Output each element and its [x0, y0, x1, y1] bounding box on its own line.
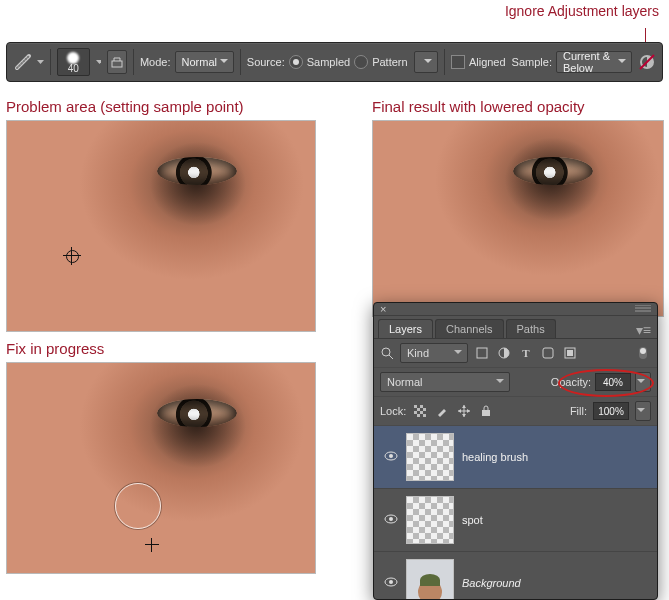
sample-source-cursor-icon: [145, 538, 159, 552]
pressure-size-toggle[interactable]: [107, 50, 127, 74]
svg-rect-17: [482, 410, 490, 416]
lock-fill-row: Lock: Fill: 100%: [374, 397, 657, 426]
svg-point-13: [640, 348, 646, 354]
caption-problem-area: Problem area (setting sample point): [6, 98, 244, 115]
callout-ignore-adjustment: Ignore Adjustment layers: [505, 3, 659, 19]
source-pattern-radio[interactable]: [354, 55, 368, 69]
healing-brush-options-bar: 40 Mode: Normal Source: Sampled Pattern …: [6, 42, 663, 82]
sample-label: Sample:: [512, 56, 552, 68]
blend-mode-select[interactable]: Normal: [380, 372, 510, 392]
caption-final-result: Final result with lowered opacity: [372, 98, 585, 115]
lock-label: Lock:: [380, 405, 406, 417]
lock-pixels-icon[interactable]: [434, 403, 450, 419]
layer-thumbnail[interactable]: [406, 496, 454, 544]
image-final-result: [372, 120, 664, 317]
layer-thumbnail[interactable]: [406, 433, 454, 481]
svg-point-23: [389, 580, 393, 584]
opacity-field[interactable]: 40%: [595, 373, 631, 391]
healing-brush-tool-icon: [13, 52, 33, 72]
source-label: Source:: [247, 56, 285, 68]
filter-type-icon[interactable]: T: [518, 345, 534, 361]
filter-adjustment-icon[interactable]: [496, 345, 512, 361]
filter-smart-icon[interactable]: [562, 345, 578, 361]
lock-transparency-icon[interactable]: [412, 403, 428, 419]
aligned-checkbox[interactable]: [451, 55, 465, 69]
panel-close-button[interactable]: ×: [380, 303, 386, 315]
panel-menu-button[interactable]: ▾≡: [636, 322, 651, 338]
svg-point-5: [382, 348, 390, 356]
layer-row[interactable]: Background: [374, 552, 657, 600]
source-sampled-label: Sampled: [307, 56, 350, 68]
layer-filter-row: Kind T: [374, 339, 657, 368]
fill-slider-button[interactable]: [635, 401, 651, 421]
sample-point-cursor-icon: [63, 247, 81, 265]
fill-field[interactable]: 100%: [593, 402, 629, 420]
mode-label: Mode:: [140, 56, 171, 68]
tab-paths[interactable]: Paths: [506, 319, 556, 338]
tab-layers[interactable]: Layers: [378, 319, 433, 338]
layer-row[interactable]: spot: [374, 489, 657, 552]
chevron-down-icon: [37, 59, 44, 66]
mode-select[interactable]: Normal: [175, 51, 234, 73]
svg-rect-2: [112, 61, 122, 67]
pattern-picker[interactable]: [414, 51, 438, 73]
layer-list: healing brush spot Background: [374, 426, 657, 600]
layer-name[interactable]: spot: [462, 514, 483, 526]
sample-select[interactable]: Current & Below: [556, 51, 632, 73]
search-icon: [380, 346, 394, 360]
panel-collapse-icon[interactable]: [635, 305, 651, 313]
pressure-icon: [110, 55, 124, 69]
ignore-adjustment-icon: [638, 53, 656, 71]
tab-channels[interactable]: Channels: [435, 319, 503, 338]
aligned-label: Aligned: [469, 56, 506, 68]
tool-preset-picker[interactable]: [13, 52, 44, 72]
svg-rect-14: [414, 405, 426, 417]
filter-toggle-switch[interactable]: [635, 345, 651, 361]
source-pattern-label: Pattern: [372, 56, 407, 68]
chevron-down-icon[interactable]: [96, 59, 102, 66]
svg-rect-9: [543, 348, 553, 358]
layer-row[interactable]: healing brush: [374, 426, 657, 489]
visibility-toggle[interactable]: [384, 451, 398, 463]
brush-preset-picker[interactable]: 40: [57, 48, 90, 76]
svg-line-1: [17, 56, 29, 68]
source-sampled-radio[interactable]: [289, 55, 303, 69]
brush-size-value: 40: [68, 64, 79, 73]
opacity-label: Opacity:: [551, 376, 591, 388]
fill-label: Fill:: [570, 405, 587, 417]
brush-cursor-icon: [115, 483, 161, 529]
svg-point-19: [389, 454, 393, 458]
layers-panel: × Layers Channels Paths ▾≡ Kind T Normal…: [373, 302, 658, 600]
brush-preview-icon: [67, 52, 79, 64]
image-fix-in-progress: [6, 362, 316, 574]
filter-shape-icon[interactable]: [540, 345, 556, 361]
filter-pixel-icon[interactable]: [474, 345, 490, 361]
layer-name[interactable]: Background: [462, 577, 521, 589]
caption-fix-in-progress: Fix in progress: [6, 340, 104, 357]
svg-point-21: [389, 517, 393, 521]
blend-opacity-row: Normal Opacity: 40%: [374, 368, 657, 397]
lock-all-icon[interactable]: [478, 403, 494, 419]
svg-rect-11: [567, 350, 573, 356]
svg-rect-7: [477, 348, 487, 358]
svg-line-6: [389, 355, 393, 359]
layer-thumbnail[interactable]: [406, 559, 454, 600]
layer-name[interactable]: healing brush: [462, 451, 528, 463]
ignore-adjustment-layers-toggle[interactable]: [638, 52, 656, 72]
filter-kind-select[interactable]: Kind: [400, 343, 468, 363]
lock-position-icon[interactable]: [456, 403, 472, 419]
opacity-slider-button[interactable]: [635, 372, 651, 392]
visibility-toggle[interactable]: [384, 514, 398, 526]
visibility-toggle[interactable]: [384, 577, 398, 589]
image-problem-area: [6, 120, 316, 332]
